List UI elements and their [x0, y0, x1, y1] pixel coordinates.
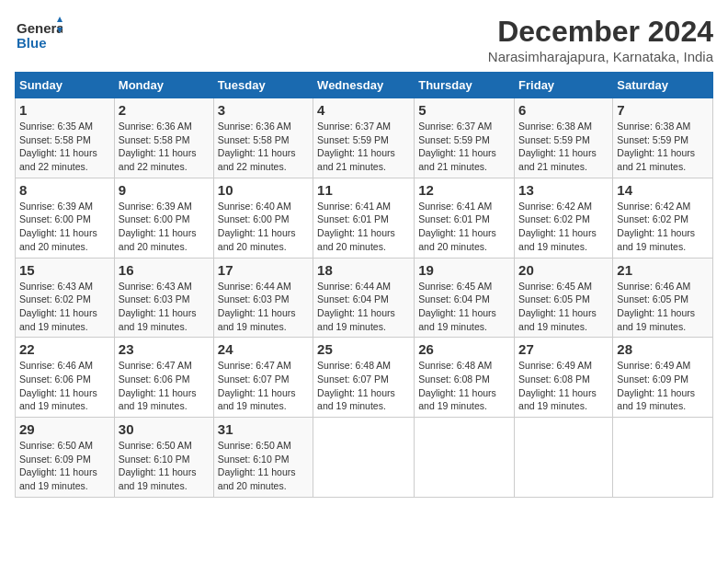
day-number: 26	[418, 341, 510, 357]
calendar-cell: 28Sunrise: 6:49 AMSunset: 6:09 PMDayligh…	[613, 338, 713, 418]
logo-icon: General Blue	[15, 15, 63, 55]
day-info: Sunrise: 6:45 AMSunset: 6:04 PMDaylight:…	[418, 280, 510, 334]
svg-text:General: General	[17, 20, 63, 36]
calendar-cell: 30Sunrise: 6:50 AMSunset: 6:10 PMDayligh…	[114, 418, 213, 498]
calendar-week-row: 8Sunrise: 6:39 AMSunset: 6:00 PMDaylight…	[16, 178, 713, 258]
day-info: Sunrise: 6:49 AMSunset: 6:08 PMDaylight:…	[518, 359, 609, 413]
day-info: Sunrise: 6:48 AMSunset: 6:08 PMDaylight:…	[418, 359, 510, 413]
calendar-cell: 19Sunrise: 6:45 AMSunset: 6:04 PMDayligh…	[415, 258, 515, 338]
calendar-cell: 3Sunrise: 6:36 AMSunset: 5:58 PMDaylight…	[213, 98, 313, 178]
location-title: Narasimharajapura, Karnataka, India	[488, 49, 713, 64]
month-title: December 2024	[488, 15, 713, 49]
calendar-cell: 25Sunrise: 6:48 AMSunset: 6:07 PMDayligh…	[313, 338, 415, 418]
day-number: 4	[317, 102, 410, 118]
calendar-cell: 23Sunrise: 6:47 AMSunset: 6:06 PMDayligh…	[114, 338, 213, 418]
day-number: 31	[218, 421, 309, 437]
day-number: 23	[119, 341, 210, 357]
calendar-cell	[613, 418, 713, 498]
svg-text:Blue: Blue	[17, 35, 47, 51]
calendar-cell: 17Sunrise: 6:44 AMSunset: 6:03 PMDayligh…	[213, 258, 313, 338]
day-info: Sunrise: 6:44 AMSunset: 6:04 PMDaylight:…	[317, 280, 410, 334]
logo: General Blue	[15, 15, 63, 59]
calendar-cell: 20Sunrise: 6:45 AMSunset: 6:05 PMDayligh…	[515, 258, 613, 338]
weekday-header: Saturday	[613, 73, 713, 98]
day-info: Sunrise: 6:38 AMSunset: 5:59 PMDaylight:…	[617, 120, 709, 174]
day-info: Sunrise: 6:38 AMSunset: 5:59 PMDaylight:…	[518, 120, 609, 174]
day-number: 16	[119, 262, 210, 278]
weekday-header: Friday	[515, 73, 613, 98]
svg-marker-2	[57, 17, 63, 22]
weekday-header: Thursday	[415, 73, 515, 98]
calendar-cell: 16Sunrise: 6:43 AMSunset: 6:03 PMDayligh…	[114, 258, 213, 338]
calendar-cell: 13Sunrise: 6:42 AMSunset: 6:02 PMDayligh…	[515, 178, 613, 258]
calendar-week-row: 29Sunrise: 6:50 AMSunset: 6:09 PMDayligh…	[16, 418, 713, 498]
weekday-header-row: SundayMondayTuesdayWednesdayThursdayFrid…	[16, 73, 713, 98]
day-number: 11	[317, 182, 410, 198]
day-number: 22	[19, 341, 110, 357]
calendar-cell	[415, 418, 515, 498]
calendar-cell	[515, 418, 613, 498]
day-info: Sunrise: 6:47 AMSunset: 6:06 PMDaylight:…	[119, 359, 210, 413]
day-info: Sunrise: 6:41 AMSunset: 6:01 PMDaylight:…	[418, 200, 510, 254]
day-number: 20	[518, 262, 609, 278]
day-number: 13	[518, 182, 609, 198]
calendar-cell: 9Sunrise: 6:39 AMSunset: 6:00 PMDaylight…	[114, 178, 213, 258]
calendar-cell: 24Sunrise: 6:47 AMSunset: 6:07 PMDayligh…	[213, 338, 313, 418]
calendar-cell: 14Sunrise: 6:42 AMSunset: 6:02 PMDayligh…	[613, 178, 713, 258]
day-info: Sunrise: 6:50 AMSunset: 6:09 PMDaylight:…	[19, 439, 110, 493]
day-number: 21	[617, 262, 709, 278]
day-info: Sunrise: 6:39 AMSunset: 6:00 PMDaylight:…	[19, 200, 110, 254]
day-info: Sunrise: 6:35 AMSunset: 5:58 PMDaylight:…	[19, 120, 110, 174]
day-info: Sunrise: 6:45 AMSunset: 6:05 PMDaylight:…	[518, 280, 609, 334]
calendar-cell: 1Sunrise: 6:35 AMSunset: 5:58 PMDaylight…	[16, 98, 115, 178]
weekday-header: Wednesday	[313, 73, 415, 98]
calendar-cell: 11Sunrise: 6:41 AMSunset: 6:01 PMDayligh…	[313, 178, 415, 258]
calendar-cell: 4Sunrise: 6:37 AMSunset: 5:59 PMDaylight…	[313, 98, 415, 178]
day-number: 14	[617, 182, 709, 198]
day-number: 17	[218, 262, 309, 278]
day-number: 1	[19, 102, 110, 118]
calendar-cell	[313, 418, 415, 498]
day-info: Sunrise: 6:43 AMSunset: 6:03 PMDaylight:…	[119, 280, 210, 334]
title-block: December 2024 Narasimharajapura, Karnata…	[488, 15, 713, 64]
day-number: 5	[418, 102, 510, 118]
day-info: Sunrise: 6:50 AMSunset: 6:10 PMDaylight:…	[218, 439, 309, 493]
day-number: 19	[418, 262, 510, 278]
day-info: Sunrise: 6:46 AMSunset: 6:06 PMDaylight:…	[19, 359, 110, 413]
day-number: 8	[19, 182, 110, 198]
page-header: General Blue December 2024 Narasimharaja…	[15, 15, 713, 64]
day-number: 7	[617, 102, 709, 118]
day-number: 9	[119, 182, 210, 198]
calendar-week-row: 1Sunrise: 6:35 AMSunset: 5:58 PMDaylight…	[16, 98, 713, 178]
weekday-header: Sunday	[16, 73, 115, 98]
day-info: Sunrise: 6:42 AMSunset: 6:02 PMDaylight:…	[518, 200, 609, 254]
day-info: Sunrise: 6:36 AMSunset: 5:58 PMDaylight:…	[218, 120, 309, 174]
day-info: Sunrise: 6:43 AMSunset: 6:02 PMDaylight:…	[19, 280, 110, 334]
day-info: Sunrise: 6:49 AMSunset: 6:09 PMDaylight:…	[617, 359, 709, 413]
day-info: Sunrise: 6:41 AMSunset: 6:01 PMDaylight:…	[317, 200, 410, 254]
calendar-cell: 31Sunrise: 6:50 AMSunset: 6:10 PMDayligh…	[213, 418, 313, 498]
day-info: Sunrise: 6:40 AMSunset: 6:00 PMDaylight:…	[218, 200, 309, 254]
calendar-cell: 29Sunrise: 6:50 AMSunset: 6:09 PMDayligh…	[16, 418, 115, 498]
day-info: Sunrise: 6:48 AMSunset: 6:07 PMDaylight:…	[317, 359, 410, 413]
day-number: 3	[218, 102, 309, 118]
calendar-cell: 27Sunrise: 6:49 AMSunset: 6:08 PMDayligh…	[515, 338, 613, 418]
day-number: 30	[119, 421, 210, 437]
day-info: Sunrise: 6:46 AMSunset: 6:05 PMDaylight:…	[617, 280, 709, 334]
calendar-cell: 5Sunrise: 6:37 AMSunset: 5:59 PMDaylight…	[415, 98, 515, 178]
calendar-cell: 18Sunrise: 6:44 AMSunset: 6:04 PMDayligh…	[313, 258, 415, 338]
calendar-cell: 8Sunrise: 6:39 AMSunset: 6:00 PMDaylight…	[16, 178, 115, 258]
calendar-week-row: 15Sunrise: 6:43 AMSunset: 6:02 PMDayligh…	[16, 258, 713, 338]
day-number: 25	[317, 341, 410, 357]
weekday-header: Tuesday	[213, 73, 313, 98]
day-info: Sunrise: 6:44 AMSunset: 6:03 PMDaylight:…	[218, 280, 309, 334]
day-info: Sunrise: 6:36 AMSunset: 5:58 PMDaylight:…	[119, 120, 210, 174]
calendar-table: SundayMondayTuesdayWednesdayThursdayFrid…	[15, 72, 713, 498]
calendar-cell: 2Sunrise: 6:36 AMSunset: 5:58 PMDaylight…	[114, 98, 213, 178]
day-number: 6	[518, 102, 609, 118]
day-info: Sunrise: 6:50 AMSunset: 6:10 PMDaylight:…	[119, 439, 210, 493]
day-info: Sunrise: 6:37 AMSunset: 5:59 PMDaylight:…	[418, 120, 510, 174]
calendar-week-row: 22Sunrise: 6:46 AMSunset: 6:06 PMDayligh…	[16, 338, 713, 418]
day-info: Sunrise: 6:42 AMSunset: 6:02 PMDaylight:…	[617, 200, 709, 254]
day-number: 2	[119, 102, 210, 118]
